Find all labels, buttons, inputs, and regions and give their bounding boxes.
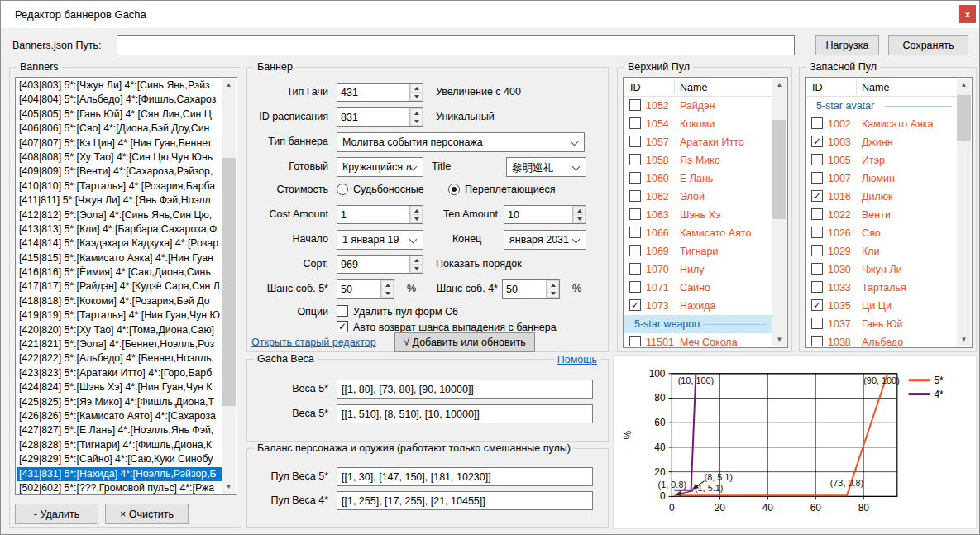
banner-list-item[interactable]: [410|810] 5*:[Тарталья] 4*:[Розария,Барб… [17,179,222,193]
pool-list-header[interactable]: ID Name [624,79,772,97]
pool-row[interactable]: 1026Сяо [806,224,957,242]
row-checkbox[interactable] [811,245,823,256]
pool-weight5-input[interactable] [337,467,593,486]
delete-button[interactable]: - Удалить [15,504,98,524]
spinner-down-icon[interactable] [410,265,423,273]
title-select[interactable]: 黎明巡礼 [506,157,586,177]
pool-row[interactable]: 1005Итэр [806,151,957,170]
row-checkbox[interactable] [629,172,641,184]
row-checkbox[interactable] [811,263,823,275]
scrollbar-thumb[interactable] [957,95,971,141]
scrollbar-thumb[interactable] [222,158,236,406]
banner-list-item[interactable]: [417|817] 5*:[Райдэн] 4*:[Кудзё Сара,Сян… [17,279,222,294]
row-checkbox[interactable] [811,299,823,311]
checkbox-auto-return[interactable] [337,321,348,332]
save-button[interactable]: Сохранять [888,35,968,55]
banner-list-item[interactable]: [424|824] 5*:[Шэнь Хэ] 4*:[Нин Гуан,Чун … [17,380,222,394]
spinner-down-icon[interactable] [573,215,586,223]
pool-row[interactable]: 1071Сайно [624,279,772,297]
chance5-stepper[interactable] [337,279,394,299]
scroll-up-icon[interactable]: ▲ [222,79,236,92]
banner-list-item[interactable]: [411|811] 5*:[Чжун Ли] 4*:[Янь Фэй,Ноэлл [17,193,222,208]
banner-list-item[interactable]: [428|828] 5*:[Тигнари] 4*:[Фишль,Диона,К [17,438,222,452]
row-checkbox[interactable] [811,136,823,147]
row-checkbox[interactable] [811,318,823,329]
row-checkbox[interactable] [629,281,641,293]
banners-scrollbar[interactable]: ▲ ▼ [222,79,236,494]
pool-row[interactable]: 1016Дилюк [806,188,957,206]
load-button[interactable]: Нагрузка [815,35,879,55]
row-checkbox[interactable] [811,336,823,346]
spinner-up-icon[interactable] [410,206,423,215]
banner-list-item[interactable]: [418|818] 5*:[Кокоми] 4*:[Розария,Бэй До [17,294,222,308]
banner-list-item[interactable]: [403|803] 5*:[Чжун Ли] 4*:[Синь Янь,Рэйз [17,79,222,93]
banner-list-item[interactable]: [404|804] 5*:[Альбедо] 4*:[Фишль,Сахароз [17,93,222,107]
weights5b-input[interactable] [337,404,593,423]
row-checkbox[interactable] [811,154,823,165]
pool-row[interactable]: 1038Альбедо [806,333,957,346]
ten-amount-stepper[interactable] [504,205,586,224]
pool-row[interactable]: 1052Райдэн [624,97,772,115]
pool-row[interactable]: 1063Шэнь Хэ [624,206,772,224]
pool-weight4-input[interactable] [337,491,593,510]
banner-list-item[interactable]: [405|805] 5*:[Гань Юй] 4*:[Сян Лин,Син Ц [17,107,222,122]
column-id[interactable]: ID [812,82,823,93]
pool-row[interactable]: 1073Нахида [624,297,772,315]
row-checkbox[interactable] [811,281,823,293]
banner-list-item[interactable]: [420|820] 5*:[Ху Тао] 4*:[Тома,Диона,Саю… [17,323,222,337]
spinner-up-icon[interactable] [410,256,423,265]
banner-list-item[interactable]: [431|831] 5*:[Нахида] 4*:[Ноэлль,Рэйзор,… [17,467,222,481]
row-checkbox[interactable] [811,227,823,238]
spinner-up-icon[interactable] [410,108,423,117]
pool-row[interactable]: 1029Кли [806,242,957,260]
scroll-down-icon[interactable]: ▼ [772,333,786,346]
spinner-down-icon[interactable] [547,289,559,298]
pool-row[interactable]: 1069Тигнари [624,242,772,260]
banner-list-item[interactable]: [412|812] 5*:[Эола] 4*:[Синь Янь,Син Цю, [17,208,222,222]
upper-pool-scrollbar[interactable]: ▲ ▼ [772,79,786,346]
banner-list-item[interactable]: [414|814] 5*:[Каэдэхара Кадзуха] 4*:[Роз… [17,236,222,251]
row-checkbox[interactable] [629,154,641,165]
spinner-up-icon[interactable] [381,280,394,289]
banner-list-item[interactable]: [415|815] 5*:[Камисато Аяка] 4*:[Нин Гуа… [17,251,222,265]
row-checkbox[interactable] [629,190,641,202]
row-checkbox[interactable] [811,117,823,129]
banner-list-item[interactable]: [408|808] 5*:[Ху Тао] 4*:[Син Цю,Чун Юнь [17,150,222,165]
banner-list-item[interactable]: [423|823] 5*:[Аратаки Итто] 4*:[Горо,Бар… [17,366,222,380]
pool-list-header[interactable]: ID Name [806,79,957,97]
row-checkbox[interactable] [629,299,641,311]
banner-list-item[interactable]: [425|825] 5*:[Яэ Мико] 4*:[Фишль,Диона,Т [17,395,222,409]
pool-row[interactable]: 1062Элой [624,188,772,206]
column-name[interactable]: Name [862,82,889,93]
old-editor-link[interactable]: Открыть старый редактор [251,337,376,348]
cost-amount-input[interactable] [337,206,409,223]
banner-list-item[interactable]: [419|819] 5*:[Тарталья] 4*:[Нин Гуан,Чун… [17,308,222,322]
chance4-stepper[interactable] [502,279,560,299]
spinner-up-icon[interactable] [410,84,423,93]
row-checkbox[interactable] [629,99,641,111]
gacha-type-input[interactable] [337,84,409,101]
column-name[interactable]: Name [680,82,707,93]
spinner-up-icon[interactable] [573,206,586,215]
radio-intertwined[interactable] [448,184,460,195]
banner-list-item[interactable]: [409|809] 5*:[Венти] 4*:[Сахароза,Рэйзор… [17,165,222,179]
weights5-input[interactable] [337,380,593,399]
row-checkbox[interactable] [629,227,641,238]
scrollbar-thumb[interactable] [772,120,786,219]
chance4-input[interactable] [503,280,546,298]
pool-row[interactable]: 11501Меч Сокола [624,333,772,346]
pool-row[interactable]: 1070Нилу [624,260,772,279]
pool-row[interactable]: 1060Е Лань [624,170,772,188]
end-date-picker[interactable]: января 2031 [504,230,586,250]
pool-row[interactable]: 1002Камисато Аяка [806,115,957,133]
scroll-up-icon[interactable]: ▲ [957,79,971,92]
banner-list-item[interactable]: [407|807] 5*:[Кэ Цин] 4*:[Нин Гуан,Бенне… [17,136,222,150]
pool-row[interactable]: 1030Чжун Ли [806,260,957,279]
checkbox-remove-pool[interactable] [337,305,348,317]
schedule-id-input[interactable] [337,108,409,126]
scroll-down-icon[interactable]: ▼ [222,480,236,494]
gacha-type-stepper[interactable] [337,83,423,102]
help-link[interactable]: Помощь [555,354,600,365]
spinner-up-icon[interactable] [547,280,559,289]
begin-date-picker[interactable]: 1 января 19 [337,230,423,250]
